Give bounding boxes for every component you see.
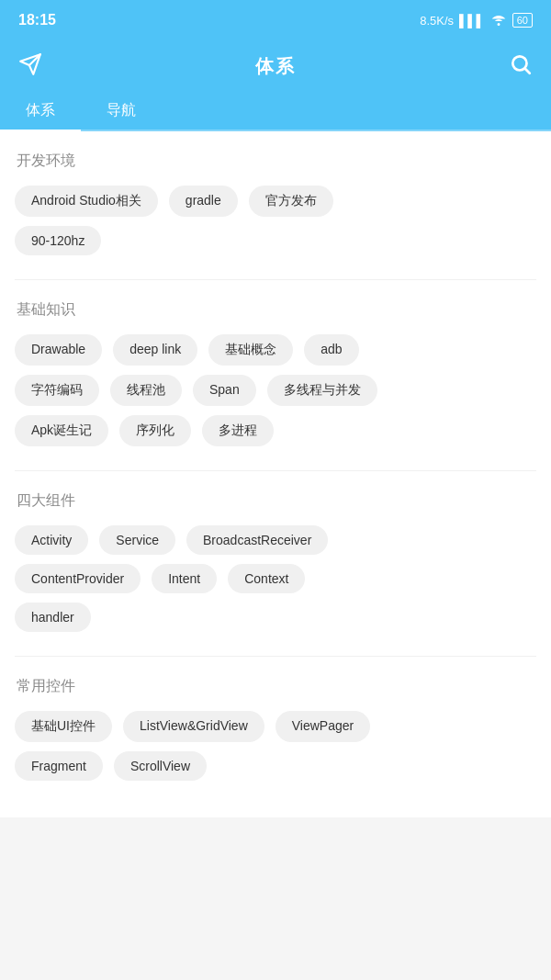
tags-row-four-1: Activity Service BroadcastReceiver xyxy=(15,525,536,555)
content-area: 开发环境 Android Studio相关 gradle 官方发布 90-120… xyxy=(0,131,551,817)
tag-official-release[interactable]: 官方发布 xyxy=(249,186,333,217)
tag-char-encoding[interactable]: 字符编码 xyxy=(15,375,99,406)
section-four-components: 四大组件 Activity Service BroadcastReceiver … xyxy=(15,471,536,650)
page-title: 体系 xyxy=(255,54,296,79)
tags-row-dev-env-2: 90-120hz xyxy=(15,226,536,255)
section-common-controls: 常用控件 基础UI控件 ListView&GridView ViewPager … xyxy=(15,657,536,799)
section-title-four: 四大组件 xyxy=(15,491,536,511)
tags-row-controls-1: 基础UI控件 ListView&GridView ViewPager xyxy=(15,711,536,742)
section-dev-env: 开发环境 Android Studio相关 gradle 官方发布 90-120… xyxy=(15,131,536,274)
tag-gradle[interactable]: gradle xyxy=(169,186,238,217)
tag-scrollview[interactable]: ScrollView xyxy=(114,751,207,781)
tag-intent[interactable]: Intent xyxy=(152,564,217,593)
send-icon[interactable] xyxy=(18,52,42,80)
section-title-controls: 常用控件 xyxy=(15,677,536,696)
tag-broadcast-receiver[interactable]: BroadcastReceiver xyxy=(186,525,328,555)
tag-service[interactable]: Service xyxy=(99,525,175,555)
tags-row-basic-3: Apk诞生记 序列化 多进程 xyxy=(15,415,536,446)
svg-line-3 xyxy=(525,69,530,73)
tag-activity[interactable]: Activity xyxy=(15,525,88,555)
tag-span[interactable]: Span xyxy=(193,375,256,406)
tag-content-provider[interactable]: ContentProvider xyxy=(15,564,141,593)
top-bar: 体系 xyxy=(0,40,551,92)
signal-icon: ▌▌▌ xyxy=(459,14,485,28)
tag-basic-concept[interactable]: 基础概念 xyxy=(208,334,293,366)
tag-viewpager[interactable]: ViewPager xyxy=(276,711,370,742)
section-basic-knowledge: 基础知识 Drawable deep link 基础概念 adb 字符编码 线程… xyxy=(15,280,536,465)
tag-handler[interactable]: handler xyxy=(15,603,91,632)
tag-multi-process[interactable]: 多进程 xyxy=(202,415,274,446)
tab-daohang[interactable]: 导航 xyxy=(81,92,162,130)
tag-context[interactable]: Context xyxy=(228,564,305,593)
tag-90-120hz[interactable]: 90-120hz xyxy=(15,226,101,255)
tab-tixie[interactable]: 体系 xyxy=(0,92,81,130)
tags-row-four-3: handler xyxy=(15,603,536,632)
tab-bar: 体系 导航 xyxy=(0,92,551,131)
status-time: 18:15 xyxy=(18,12,56,28)
tag-drawable[interactable]: Drawable xyxy=(15,334,102,366)
tags-row-four-2: ContentProvider Intent Context xyxy=(15,564,536,593)
wifi-icon xyxy=(490,13,507,28)
tag-serialization[interactable]: 序列化 xyxy=(119,415,191,446)
network-speed: 8.5K/s xyxy=(420,14,454,28)
tag-thread-pool[interactable]: 线程池 xyxy=(110,375,182,406)
tags-row-basic-2: 字符编码 线程池 Span 多线程与并发 xyxy=(15,375,536,406)
search-icon[interactable] xyxy=(509,52,533,80)
battery-icon: 60 xyxy=(512,13,533,28)
tag-android-studio[interactable]: Android Studio相关 xyxy=(15,186,158,217)
tags-row-controls-2: Fragment ScrollView xyxy=(15,751,536,781)
tags-row-basic-1: Drawable deep link 基础概念 adb xyxy=(15,334,536,366)
tag-basic-ui[interactable]: 基础UI控件 xyxy=(15,711,112,742)
tag-apk-birth[interactable]: Apk诞生记 xyxy=(15,415,108,446)
tag-adb[interactable]: adb xyxy=(304,334,358,366)
status-bar: 18:15 8.5K/s ▌▌▌ 60 xyxy=(0,0,551,40)
tag-fragment[interactable]: Fragment xyxy=(15,751,103,781)
section-title-dev-env: 开发环境 xyxy=(15,152,536,171)
section-title-basic: 基础知识 xyxy=(15,300,536,320)
tag-multi-thread[interactable]: 多线程与并发 xyxy=(267,375,377,406)
tag-listview-gridview[interactable]: ListView&GridView xyxy=(123,711,264,742)
tags-row-dev-env-1: Android Studio相关 gradle 官方发布 xyxy=(15,186,536,217)
status-right: 8.5K/s ▌▌▌ 60 xyxy=(420,13,533,28)
tag-deep-link[interactable]: deep link xyxy=(113,334,197,366)
